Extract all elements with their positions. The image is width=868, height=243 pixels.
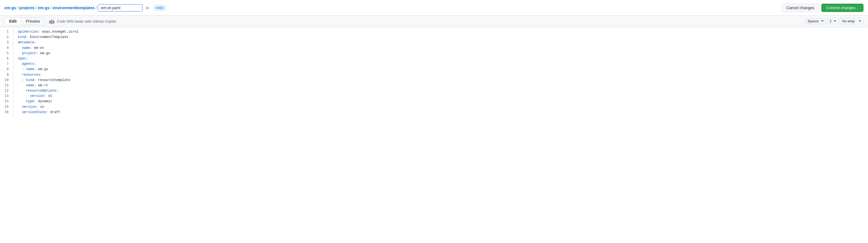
line-number: 10 xyxy=(4,78,9,83)
wrap-select[interactable]: No wrap Soft wrap xyxy=(840,18,864,24)
code-line: versionState: draft xyxy=(18,110,864,115)
code-line: name: em-et xyxy=(18,45,864,51)
commit-changes-button[interactable]: Commit changes... xyxy=(821,4,864,12)
line-number: 11 xyxy=(4,83,9,88)
line-number: 12 xyxy=(4,88,9,94)
line-numbers: 12345678910111213141516 xyxy=(0,27,13,117)
tab-preview[interactable]: Preview xyxy=(21,18,44,25)
code-line: - name: em-gs xyxy=(18,67,864,72)
line-number: 1 xyxy=(4,29,9,35)
code-line: project: em-gs xyxy=(18,51,864,56)
top-actions: Cancel changes Commit changes... xyxy=(781,4,864,12)
code-line: kind: EnvironmentTemplate xyxy=(18,35,864,40)
filename-input[interactable] xyxy=(98,4,143,11)
indent-select[interactable]: 2 4 8 xyxy=(827,18,839,24)
line-number: 16 xyxy=(4,110,9,115)
code-line: name: em-rt xyxy=(18,83,864,88)
breadcrumb-sep-3: / xyxy=(51,6,52,10)
cancel-changes-button[interactable]: Cancel changes xyxy=(781,4,819,12)
line-number: 2 xyxy=(4,35,9,40)
copilot-banner[interactable]: 🤖 Code 55% faster with GitHub Copilot xyxy=(49,19,116,24)
breadcrumb-sep-2: / xyxy=(36,6,37,10)
in-label: in xyxy=(146,6,149,10)
tab-group: Edit Preview xyxy=(4,17,44,25)
breadcrumb-sep-1: / xyxy=(17,6,18,10)
line-number: 3 xyxy=(4,40,9,45)
breadcrumb-projects[interactable]: projects xyxy=(19,6,34,10)
code-line: version: v1 xyxy=(18,104,864,110)
line-number: 7 xyxy=(4,62,9,67)
breadcrumb-sep-4: / xyxy=(96,6,97,10)
branch-badge: main xyxy=(154,5,166,11)
line-number: 8 xyxy=(4,67,9,72)
code-content[interactable]: apiVersion: eaas.envmgmt.io/v1kind: Envi… xyxy=(13,27,868,117)
toolbar-right: Spaces Tabs 2 4 8 No wrap Soft wrap xyxy=(805,18,864,24)
editor-area: 12345678910111213141516 apiVersion: eaas… xyxy=(0,27,868,117)
code-line: agents: xyxy=(18,62,864,67)
tab-edit[interactable]: Edit xyxy=(5,18,21,25)
editor-toolbar: Edit Preview 🤖 Code 55% faster with GitH… xyxy=(0,15,868,27)
copilot-text: Code 55% faster with GitHub Copilot xyxy=(57,19,116,24)
breadcrumb-em-gs-1[interactable]: em-gs xyxy=(4,6,16,10)
code-line: resources: xyxy=(18,72,864,78)
code-line: resourceOptions: xyxy=(18,88,864,94)
top-bar: em-gs / projects / em-gs / environmentte… xyxy=(0,0,868,15)
line-number: 5 xyxy=(4,51,9,56)
line-number: 14 xyxy=(4,99,9,104)
line-number: 9 xyxy=(4,72,9,78)
breadcrumb: em-gs / projects / em-gs / environmentte… xyxy=(4,4,781,11)
line-number: 15 xyxy=(4,104,9,110)
line-number: 13 xyxy=(4,94,9,99)
copilot-icon: 🤖 xyxy=(49,19,55,24)
code-line: apiVersion: eaas.envmgmt.io/v1 xyxy=(18,29,864,35)
code-line: type: dynamic xyxy=(18,99,864,104)
code-line: spec: xyxy=(18,56,864,62)
code-line: metadata: xyxy=(18,40,864,45)
code-line: version: v1 xyxy=(18,94,864,99)
line-number: 6 xyxy=(4,56,9,62)
breadcrumb-environmenttemplates[interactable]: environmenttemplates xyxy=(53,6,95,10)
spaces-select[interactable]: Spaces Tabs xyxy=(805,18,826,24)
code-line: - kind: resourcetemplate xyxy=(18,78,864,83)
breadcrumb-em-gs-2[interactable]: em-gs xyxy=(38,6,49,10)
line-number: 4 xyxy=(4,45,9,51)
